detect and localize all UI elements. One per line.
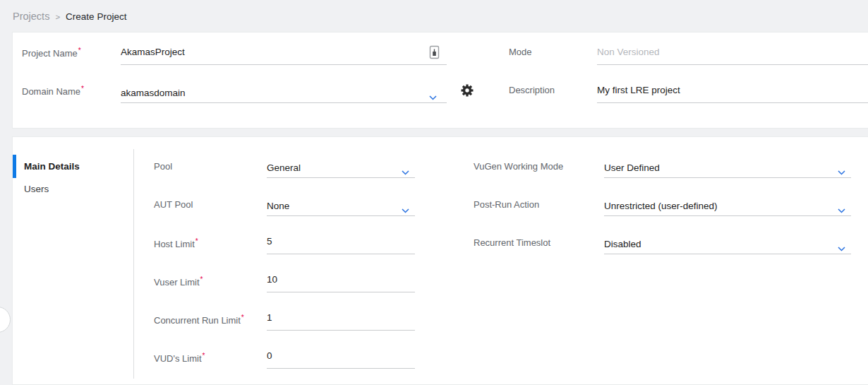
panel-collapse-handle[interactable]: [0, 307, 11, 333]
vuds-limit-input[interactable]: [267, 347, 415, 368]
post-run-action-value: Unrestricted (user-defined): [604, 201, 718, 211]
vuser-limit-label: Vuser Limit*: [154, 276, 203, 288]
breadcrumb-separator-icon: >: [55, 13, 60, 21]
domain-settings-gear-icon[interactable]: [461, 84, 474, 97]
mode-field: [597, 42, 868, 65]
sidebar-divider: [133, 149, 134, 379]
pool-value: General: [267, 162, 301, 173]
aut-pool-dropdown[interactable]: None: [267, 193, 415, 216]
vuds-limit-label: VUD's Limit*: [154, 352, 205, 364]
recurrent-timeslot-dropdown[interactable]: Disabled: [604, 231, 851, 254]
project-header-panel: Project Name* Mode Domain Name* akamasdo…: [12, 32, 868, 129]
host-limit-field: [267, 231, 415, 254]
required-marker: *: [78, 47, 81, 54]
domain-name-value: akamasdomain: [121, 88, 186, 98]
vuser-limit-field: [267, 269, 415, 292]
pool-label: Pool: [154, 161, 172, 172]
tab-users[interactable]: Users: [24, 184, 49, 194]
required-marker: *: [203, 352, 205, 360]
field-mode: Mode: [509, 42, 868, 65]
chevron-down-icon[interactable]: [429, 90, 437, 95]
domain-name-label: Domain Name*: [22, 85, 84, 97]
field-vugen-working-mode: VuGen Working Mode User Defined: [474, 155, 863, 183]
project-name-field: [121, 42, 447, 65]
field-vuds-limit: VUD's Limit*: [154, 345, 415, 374]
field-domain-name: Domain Name* akamasdomain: [22, 80, 447, 103]
mode-label: Mode: [509, 47, 532, 57]
vugen-working-mode-value: User Defined: [604, 162, 660, 173]
field-host-limit: Host Limit*: [154, 231, 415, 259]
pool-dropdown[interactable]: General: [267, 155, 415, 178]
host-limit-label: Host Limit*: [154, 237, 198, 249]
field-aut-pool: AUT Pool None: [154, 193, 415, 221]
project-name-input[interactable]: [121, 43, 447, 64]
field-project-name: Project Name*: [22, 42, 447, 65]
input-autofill-icon[interactable]: [429, 45, 440, 59]
tab-main-details[interactable]: Main Details: [24, 161, 80, 172]
field-post-run-action: Post-Run Action Unrestricted (user-defin…: [474, 193, 863, 221]
concurrent-run-limit-label: Concurrent Run Limit*: [154, 314, 244, 326]
active-tab-indicator: [13, 155, 16, 178]
post-run-action-dropdown[interactable]: Unrestricted (user-defined): [604, 193, 851, 216]
breadcrumb-projects-link[interactable]: Projects: [13, 11, 49, 22]
field-description: Description: [509, 80, 868, 103]
concurrent-run-limit-field: [267, 307, 415, 331]
chevron-down-icon[interactable]: [838, 165, 845, 170]
required-marker: *: [195, 237, 198, 245]
chevron-down-icon[interactable]: [838, 242, 845, 247]
required-marker: *: [241, 314, 244, 321]
chevron-down-icon[interactable]: [402, 165, 409, 170]
concurrent-run-limit-input[interactable]: [267, 309, 415, 330]
chevron-down-icon[interactable]: [402, 203, 409, 208]
mode-input: [597, 43, 868, 64]
recurrent-timeslot-value: Disabled: [604, 239, 641, 249]
description-field: [597, 80, 868, 103]
recurrent-timeslot-label: Recurrent Timeslot: [474, 237, 550, 248]
field-pool: Pool General: [154, 155, 415, 183]
field-concurrent-run-limit: Concurrent Run Limit*: [154, 307, 415, 336]
breadcrumb: Projects > Create Project: [13, 8, 126, 24]
field-recurrent-timeslot: Recurrent Timeslot Disabled: [474, 231, 863, 259]
required-marker: *: [200, 276, 203, 283]
chevron-down-icon[interactable]: [838, 203, 845, 208]
project-details-panel: Main Details Users Pool General AUT Pool…: [12, 136, 868, 385]
vugen-working-mode-label: VuGen Working Mode: [474, 161, 563, 172]
description-input[interactable]: [597, 81, 868, 102]
description-label: Description: [509, 85, 555, 95]
host-limit-input[interactable]: [267, 232, 415, 254]
vugen-working-mode-dropdown[interactable]: User Defined: [604, 155, 851, 178]
vuds-limit-field: [267, 345, 415, 369]
domain-name-dropdown[interactable]: akamasdomain: [121, 80, 447, 103]
aut-pool-value: None: [267, 201, 289, 211]
field-vuser-limit: Vuser Limit*: [154, 269, 415, 297]
post-run-action-label: Post-Run Action: [474, 199, 539, 210]
required-marker: *: [81, 85, 84, 93]
project-name-label: Project Name*: [22, 47, 81, 59]
aut-pool-label: AUT Pool: [154, 199, 193, 210]
page-title: Create Project: [66, 11, 126, 22]
vuser-limit-input[interactable]: [267, 271, 415, 292]
